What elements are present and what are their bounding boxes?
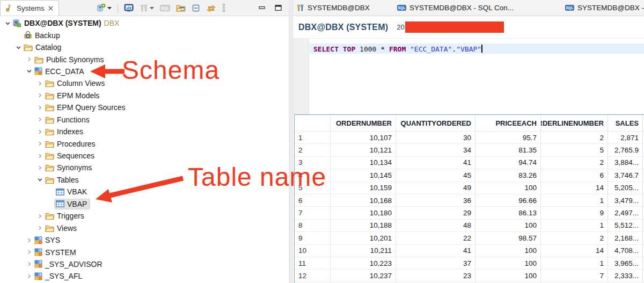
console-host-partial: 20 — [397, 23, 404, 31]
column-header-priceeach[interactable]: PRICEEACH — [475, 115, 541, 131]
tree-item-catalog[interactable]: Catalog — [0, 41, 289, 53]
new-system-button[interactable] — [97, 3, 112, 12]
tree-item-label: Tables — [57, 176, 78, 184]
chevron-collapsed-icon[interactable] — [35, 212, 44, 220]
tree-item-indexes[interactable]: Indexes — [0, 126, 289, 137]
chevron-collapsed-icon[interactable] — [35, 79, 44, 88]
table-row[interactable]: 210,1213481.3552,765.9 — [295, 144, 644, 156]
cell: 14 — [541, 182, 608, 194]
cell: 2,333... — [608, 270, 643, 281]
panel-sash[interactable] — [289, 0, 293, 283]
tree-item-views[interactable]: Views — [0, 222, 289, 234]
chevron-expanded-icon[interactable] — [35, 176, 44, 184]
tree-item-backup[interactable]: Backup — [0, 29, 289, 41]
tree-item-epm-query-sources[interactable]: EPM Query Sources — [0, 101, 289, 113]
chevron-collapsed-icon[interactable] — [35, 128, 44, 136]
table-row[interactable]: 810,1884810015,512... — [295, 220, 644, 232]
maximize-view-button[interactable] — [275, 5, 282, 11]
cell: 3,479... — [608, 194, 643, 206]
chevron-collapsed-icon[interactable] — [25, 272, 33, 280]
column-header-ordernumber[interactable]: ORDERNUMBER — [331, 115, 396, 131]
column-header-sales[interactable]: SALES — [608, 115, 643, 131]
cell: 37 — [396, 257, 475, 269]
tab-systems[interactable]: Systems — [0, 0, 59, 16]
system-monitor-button[interactable] — [124, 4, 134, 12]
column-header-orderlinenumber[interactable]: ORDERLINENUMBER — [541, 115, 608, 131]
table-row[interactable]: 610,1683696.6613,479... — [295, 194, 644, 207]
chevron-collapsed-icon[interactable] — [35, 91, 44, 99]
chevron-collapsed-icon[interactable] — [25, 248, 33, 256]
chevron-collapsed-icon[interactable] — [35, 164, 44, 172]
system-icon — [13, 19, 21, 27]
tree-item-label: Sequences — [57, 151, 94, 160]
tree-item-label: Column Views — [57, 79, 105, 88]
editor-tab-2[interactable]: SQLSYSTEMDB@DBX - SQL Con... — [397, 0, 514, 16]
column-header-quantityordered[interactable]: QUANTITYORDERED — [396, 115, 475, 131]
chevron-collapsed-icon[interactable] — [35, 152, 44, 160]
table-row[interactable]: 410,1454583.2663,746.7 — [295, 169, 644, 182]
chevron-collapsed-icon[interactable] — [35, 224, 44, 232]
minimize-view-button[interactable] — [259, 5, 266, 11]
administration-button[interactable] — [140, 4, 154, 12]
editor-tab-3[interactable]: SQLSYSTEMDB@DBX - SQL Con... — [565, 0, 644, 16]
sql-console-button[interactable]: SQL — [160, 4, 170, 12]
tree-item-vbap[interactable]: VBAP — [0, 198, 289, 210]
system-id-suffix: DBX — [104, 19, 120, 27]
chevron-collapsed-icon[interactable] — [35, 104, 44, 112]
table-row[interactable]: 1010,21141100144,708... — [295, 245, 644, 257]
cell: 96.66 — [475, 194, 541, 206]
row-number-header[interactable] — [295, 115, 331, 131]
table-row[interactable]: 710,1802986.1392,497... — [295, 207, 644, 219]
table-row[interactable]: 910,2012298.5722,168... — [295, 232, 644, 244]
table-row[interactable]: 310,1344194.7423,884... — [295, 157, 644, 169]
chevron-collapsed-icon[interactable] — [35, 140, 44, 148]
cell: 10,134 — [331, 157, 396, 169]
chevron-collapsed-icon[interactable] — [25, 260, 33, 268]
table-row[interactable]: 1210,2372310072,333... — [295, 270, 644, 282]
chevron-expanded-icon[interactable] — [3, 19, 12, 27]
tree-item-ecc-data[interactable]: ECC_DATA — [0, 66, 289, 77]
folder-icon — [45, 152, 54, 159]
tree-item-triggers[interactable]: Triggers — [0, 210, 289, 222]
tree-item-procedures[interactable]: Procedures — [0, 137, 289, 149]
table-icon — [56, 200, 64, 207]
tree-item-system[interactable]: SYSTEM — [0, 246, 289, 258]
view-menu-button[interactable] — [222, 3, 225, 12]
editor-tab-1[interactable]: SYSTEMDB@DBX — [296, 0, 370, 16]
table-row[interactable]: 510,15949100145,205... — [295, 182, 644, 194]
cell: 5 — [541, 144, 608, 156]
tree-item-functions[interactable]: Functions — [0, 114, 289, 126]
chevron-collapsed-icon[interactable] — [25, 236, 33, 244]
collapse-all-button[interactable] — [192, 4, 200, 12]
cell: 36 — [396, 194, 475, 206]
cell: 5,512... — [608, 220, 643, 231]
sql-console-icon: SQL — [160, 4, 170, 12]
chevron-expanded-icon[interactable] — [14, 43, 23, 52]
tree-item-column-views[interactable]: Column Views — [0, 77, 289, 89]
table-row[interactable]: 1110,2233710013,965... — [295, 257, 644, 270]
chevron-expanded-icon[interactable] — [25, 67, 33, 75]
chevron-collapsed-icon[interactable] — [35, 115, 44, 124]
tree-item-sys[interactable]: SYS — [0, 234, 289, 246]
tree-item-sys-advisor[interactable]: _SYS_ADVISOR — [0, 258, 289, 270]
tree-item-sequences[interactable]: Sequences — [0, 150, 289, 162]
tree-item-epm-models[interactable]: EPM Models — [0, 90, 289, 101]
tree-item-sys-afl[interactable]: _SYS_AFL — [0, 270, 289, 282]
table-row[interactable]: 110,1073095.722,871 — [295, 132, 644, 144]
link-editor-button[interactable] — [206, 4, 216, 12]
chevron-collapsed-icon[interactable] — [25, 55, 33, 63]
maximize-icon — [275, 5, 282, 11]
tree-item-vbak[interactable]: VBAK — [0, 186, 289, 198]
find-table-button[interactable] — [176, 4, 186, 12]
sql-editor[interactable]: SELECT TOP 1000 * FROM "ECC_DATA"."VBAP" — [293, 39, 644, 114]
close-icon[interactable] — [48, 5, 54, 11]
tree-item-public-synonyms[interactable]: Public Synonyms — [0, 53, 289, 65]
folder-icon — [45, 140, 54, 148]
sql-statement[interactable]: SELECT TOP 1000 * FROM "ECC_DATA"."VBAP" — [313, 45, 482, 53]
tree-item-label: Backup — [35, 31, 60, 40]
tree-item-synonyms[interactable]: Synonyms — [0, 162, 289, 173]
row-number: 4 — [295, 169, 331, 181]
tree-item-label: Triggers — [57, 212, 84, 220]
tree-item-dbx-dbx-system[interactable]: DBX@DBX (SYSTEM)DBX — [0, 17, 289, 29]
tree-item-tables[interactable]: Tables — [0, 174, 289, 186]
